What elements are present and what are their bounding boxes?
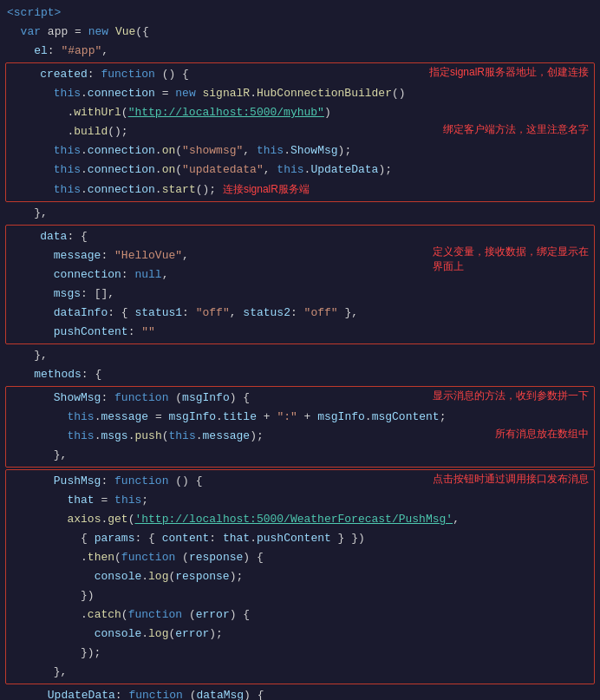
- line-message: message: "HelloVue", 定义变量，接收数据，绑定显示在 界面上: [6, 246, 594, 265]
- line-build: .build(); 绑定客户端方法，这里注意名字: [6, 122, 594, 141]
- line-withurl: .withUrl("http://localhost:5000/myhub"): [6, 103, 594, 122]
- line-created: created: function () { 指定signalR服务器地址，创建…: [6, 65, 594, 84]
- line-close-showmsg: },: [6, 446, 594, 465]
- line-close-then: }): [6, 586, 594, 605]
- line-pushcontent: pushContent: "": [6, 323, 594, 342]
- line-showmsg-fn: ShowMsg: function (msgInfo) { 显示消息的方法，收到…: [6, 389, 594, 408]
- line-var-app: var app = new Vue({: [0, 23, 600, 42]
- line-script-tag: <script>: [0, 3, 600, 23]
- line-start: this.connection.start(); 连接signalR服务端: [6, 180, 594, 200]
- line-hub-builder: this.connection = new signalR.HubConnect…: [6, 84, 594, 103]
- created-box: created: function () { 指定signalR服务器地址，创建…: [5, 62, 595, 202]
- line-then: .then(function (response) {: [6, 548, 594, 567]
- line-catch: .catch(function (error) {: [6, 605, 594, 625]
- line-close-pushmsg: },: [6, 663, 594, 682]
- annotation-connect: 连接signalR服务端: [223, 183, 310, 195]
- annotation-pushmsg: 所有消息放在数组中: [495, 427, 589, 442]
- line-params: { params: { content: that.pushContent } …: [6, 529, 594, 548]
- code-editor: <script> var app = new Vue({ el: "#app",…: [0, 0, 600, 700]
- line-msgs-push: this.msgs.push(this.message); 所有消息放在数组中: [6, 427, 594, 446]
- line-updatedata-fn: UpdateData: function (dataMsg) {: [0, 686, 600, 700]
- pushmsg-box: PushMsg: function () { 点击按钮时通过调用接口发布消息 t…: [5, 469, 595, 684]
- annotation-bind: 绑定客户端方法，这里注意名字: [443, 122, 589, 137]
- line-this-message: this.message = msgInfo.title + ":" + msg…: [6, 408, 594, 427]
- line-datainfo: dataInfo: { status1: "off", status2: "of…: [6, 304, 594, 323]
- line-axios-get: axios.get('http://localhost:5000/Weather…: [6, 510, 594, 529]
- line-on-updatedata: this.connection.on("updatedata", this.Up…: [6, 160, 594, 180]
- data-box: data: { message: "HelloVue", 定义变量，接收数据，绑…: [5, 225, 595, 344]
- line-console-log-response: console.log(response);: [6, 567, 594, 586]
- line-data: data: {: [6, 227, 594, 246]
- line-msgs: msgs: [],: [6, 285, 594, 304]
- line-el: el: "#app",: [0, 42, 600, 61]
- showmsg-box: ShowMsg: function (msgInfo) { 显示消息的方法，收到…: [5, 386, 595, 468]
- line-on-showmsg: this.connection.on("showmsg", this.ShowM…: [6, 141, 594, 160]
- annotation-click: 点击按钮时通过调用接口发布消息: [433, 472, 589, 487]
- line-pushmsg-fn: PushMsg: function () { 点击按钮时通过调用接口发布消息: [6, 472, 594, 491]
- line-that: that = this;: [6, 491, 594, 510]
- line-console-log-error: console.log(error);: [6, 625, 594, 644]
- line-close-catch: });: [6, 644, 594, 663]
- line-close-data: },: [0, 346, 600, 365]
- line-close-created: },: [0, 204, 600, 223]
- line-connection: connection: null,: [6, 265, 594, 285]
- line-methods: methods: {: [0, 365, 600, 384]
- annotation-created: 指定signalR服务器地址，创建连接: [429, 65, 589, 80]
- annotation-showmsg: 显示消息的方法，收到参数拼一下: [433, 389, 589, 403]
